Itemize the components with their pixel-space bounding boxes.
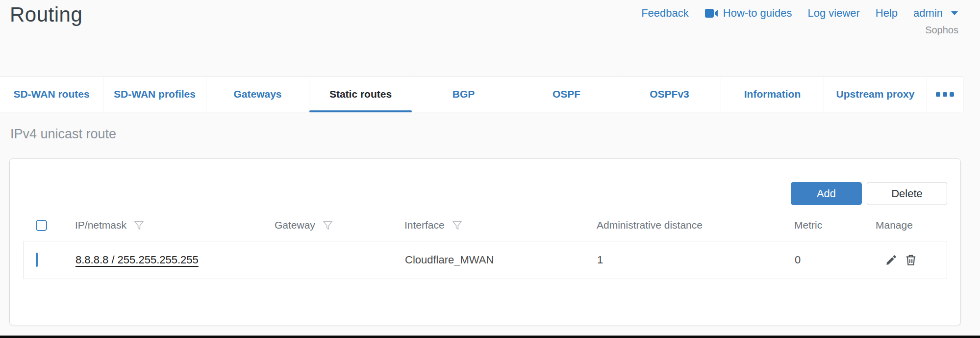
ellipsis-icon bbox=[950, 92, 954, 97]
pencil-icon[interactable] bbox=[885, 254, 898, 266]
column-header-interface: Interface bbox=[404, 219, 445, 231]
user-menu[interactable]: admin bbox=[913, 7, 958, 20]
log-viewer-link[interactable]: Log viewer bbox=[807, 7, 859, 20]
howto-guides-label: How-to guides bbox=[723, 7, 792, 20]
tab-static-routes[interactable]: Static routes bbox=[309, 77, 412, 112]
section-title: IPv4 unicast route bbox=[10, 127, 116, 142]
column-header-gateway: Gateway bbox=[275, 219, 315, 231]
user-menu-label: admin bbox=[913, 7, 943, 20]
filter-funnel-icon[interactable] bbox=[322, 220, 333, 231]
ip-netmask-link[interactable]: 8.8.8.8 / 255.255.255.255 bbox=[75, 254, 199, 266]
tab-information[interactable]: Information bbox=[721, 77, 824, 112]
interface-cell: Cloudflare_MWAN bbox=[396, 254, 588, 266]
delete-button[interactable]: Delete bbox=[867, 182, 947, 205]
video-camera-icon bbox=[704, 8, 718, 19]
trash-icon[interactable] bbox=[905, 254, 917, 266]
ipv4-unicast-route-panel: Add Delete IP/netmask Gateway Interface … bbox=[9, 158, 961, 325]
administrative-distance-cell: 1 bbox=[588, 254, 785, 266]
brand-label: Sophos bbox=[925, 25, 958, 36]
feedback-link-label: Feedback bbox=[641, 7, 689, 20]
log-viewer-label: Log viewer bbox=[807, 7, 859, 20]
help-label: Help bbox=[876, 7, 898, 20]
metric-cell: 0 bbox=[785, 254, 861, 266]
table-row: 8.8.8.8 / 255.255.255.255 Cloudflare_MWA… bbox=[24, 241, 947, 279]
tab-ospf[interactable]: OSPF bbox=[515, 77, 618, 112]
column-header-manage: Manage bbox=[876, 219, 913, 231]
tab-sd-wan-profiles[interactable]: SD-WAN profiles bbox=[103, 77, 206, 112]
toolbar: Add Delete bbox=[791, 182, 947, 205]
tab-upstream-proxy[interactable]: Upstream proxy bbox=[824, 77, 927, 112]
more-tabs-button[interactable] bbox=[927, 77, 963, 112]
tab-bgp[interactable]: BGP bbox=[412, 77, 515, 112]
filter-funnel-icon[interactable] bbox=[133, 220, 145, 231]
page-title: Routing bbox=[10, 3, 82, 26]
tab-gateways[interactable]: Gateways bbox=[206, 77, 309, 112]
select-all-checkbox[interactable] bbox=[36, 220, 47, 231]
chevron-down-icon bbox=[951, 11, 958, 16]
howto-guides-link[interactable]: How-to guides bbox=[704, 7, 792, 20]
tab-bar: SD-WAN routes SD-WAN profiles Gateways S… bbox=[0, 76, 963, 112]
filter-funnel-icon[interactable] bbox=[452, 220, 463, 231]
table-header-row: IP/netmask Gateway Interface Administrat… bbox=[24, 210, 947, 240]
column-header-ip-netmask: IP/netmask bbox=[75, 219, 126, 231]
feedback-link[interactable]: Feedback bbox=[641, 7, 689, 20]
screen-bottom-edge bbox=[0, 336, 980, 338]
column-header-administrative-distance: Administrative distance bbox=[597, 219, 703, 231]
ellipsis-icon bbox=[936, 92, 940, 97]
add-button[interactable]: Add bbox=[791, 182, 862, 205]
column-header-metric: Metric bbox=[794, 219, 822, 231]
help-link[interactable]: Help bbox=[876, 7, 898, 20]
tab-sd-wan-routes[interactable]: SD-WAN routes bbox=[0, 77, 103, 112]
tab-ospfv3[interactable]: OSPFv3 bbox=[618, 77, 721, 112]
top-nav: Feedback How-to guides Log viewer Help a… bbox=[641, 7, 958, 20]
row-checkbox[interactable] bbox=[36, 253, 38, 267]
ellipsis-icon bbox=[943, 92, 947, 97]
